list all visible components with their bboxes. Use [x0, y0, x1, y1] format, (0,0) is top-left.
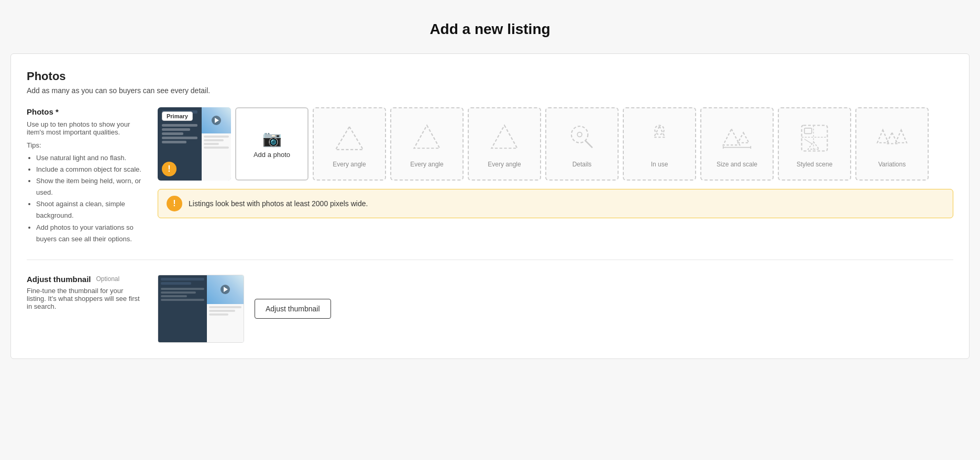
- svg-line-18: [805, 139, 812, 144]
- variations-label: Variations: [878, 161, 906, 168]
- website-hero: [202, 107, 231, 133]
- adjust-right-panel: Adjust thumbnail: [158, 275, 331, 343]
- variations-icon: [874, 120, 910, 156]
- every-angle-label-1: Every angle: [333, 161, 366, 168]
- variations-slot[interactable]: Variations: [855, 107, 929, 181]
- photos-section: Photos * Use up to ten photos to show yo…: [27, 107, 953, 245]
- svg-rect-17: [805, 128, 812, 134]
- tips-list: Use natural light and no flash. Include …: [27, 152, 142, 245]
- svg-marker-9: [738, 133, 749, 143]
- thumbnail-right: [207, 275, 244, 342]
- every-angle-label-3: Every angle: [488, 161, 521, 168]
- styled-scene-label: Styled scene: [797, 161, 833, 168]
- photo-grid: Primary: [158, 107, 953, 181]
- warning-banner: ! Listings look best with photos at leas…: [158, 189, 953, 218]
- every-angle-icon-2: [409, 120, 445, 156]
- photo-warning-icon: !: [162, 162, 177, 176]
- adjust-label-row: Adjust thumbnail Optional: [27, 275, 142, 284]
- thumbnail-preview: [158, 275, 244, 343]
- section-subtitle: Add as many as you can so buyers can see…: [27, 86, 953, 95]
- size-scale-slot[interactable]: Size and scale: [700, 107, 774, 181]
- photos-description: Use up to ten photos to show your item's…: [27, 120, 142, 136]
- website-bottom: [202, 133, 231, 181]
- tip-1: Use natural light and no flash.: [36, 152, 142, 164]
- tip-5: Add photos to your variations so buyers …: [36, 222, 142, 245]
- warning-text: Listings look best with photos at least …: [189, 199, 368, 208]
- thumbnail-left: [158, 275, 207, 342]
- photos-label: Photos *: [27, 107, 142, 116]
- svg-marker-21: [896, 130, 907, 143]
- adjust-description: Fine-tune the thumbnail for your listing…: [27, 287, 142, 310]
- photos-right-panel: Primary: [158, 107, 953, 245]
- styled-scene-icon: [796, 120, 833, 156]
- adjust-label: Adjust thumbnail: [27, 275, 91, 284]
- details-icon: [564, 120, 600, 156]
- details-slot[interactable]: Details: [545, 107, 619, 181]
- in-use-slot[interactable]: In use: [623, 107, 696, 181]
- svg-marker-2: [492, 126, 517, 149]
- every-angle-label-2: Every angle: [410, 161, 443, 168]
- svg-line-5: [586, 141, 592, 147]
- every-angle-icon-3: [486, 120, 523, 156]
- svg-point-4: [577, 132, 582, 137]
- thumbnail-play-icon: [221, 285, 230, 294]
- every-angle-slot-1[interactable]: Every angle: [313, 107, 386, 181]
- main-card: Photos Add as many as you can so buyers …: [10, 53, 970, 359]
- primary-photo-slot[interactable]: Primary: [158, 107, 231, 181]
- tip-2: Include a common object for scale.: [36, 164, 142, 175]
- adjust-left-panel: Adjust thumbnail Optional Fine-tune the …: [27, 275, 142, 343]
- section-title: Photos: [27, 70, 953, 83]
- tip-4: Shoot against a clean, simple background…: [36, 198, 142, 221]
- tip-3: Show the item being held, worn, or used.: [36, 175, 142, 198]
- size-scale-icon: [719, 120, 755, 156]
- details-label: Details: [572, 161, 592, 168]
- in-use-label: In use: [651, 161, 668, 168]
- svg-marker-0: [336, 127, 364, 150]
- adjust-thumbnail-button[interactable]: Adjust thumbnail: [255, 299, 331, 319]
- tips-label: Tips:: [27, 141, 142, 149]
- every-angle-slot-2[interactable]: Every angle: [390, 107, 464, 181]
- photos-left-panel: Photos * Use up to ten photos to show yo…: [27, 107, 142, 245]
- svg-marker-19: [877, 130, 888, 143]
- photos-header: Photos Add as many as you can so buyers …: [27, 70, 953, 95]
- every-angle-slot-3[interactable]: Every angle: [468, 107, 541, 181]
- size-scale-label: Size and scale: [717, 161, 757, 168]
- every-angle-icon-1: [331, 120, 368, 156]
- in-use-icon: [641, 120, 678, 156]
- page-title: Add a new listing: [0, 0, 980, 53]
- styled-scene-slot[interactable]: Styled scene: [778, 107, 851, 181]
- add-photo-label: Add a photo: [254, 151, 290, 159]
- svg-marker-8: [723, 129, 740, 145]
- warning-circle-icon: !: [167, 196, 182, 211]
- camera-icon: 📷: [262, 129, 282, 148]
- adjust-thumbnail-section: Adjust thumbnail Optional Fine-tune the …: [27, 260, 953, 343]
- optional-badge: Optional: [96, 275, 120, 283]
- svg-marker-1: [414, 126, 440, 149]
- add-photo-slot[interactable]: 📷 Add a photo: [235, 107, 309, 181]
- svg-rect-13: [802, 126, 828, 151]
- primary-image: Primary: [158, 107, 231, 181]
- primary-badge: Primary: [162, 111, 193, 121]
- website-right: [202, 107, 231, 181]
- play-button-icon: [212, 116, 221, 125]
